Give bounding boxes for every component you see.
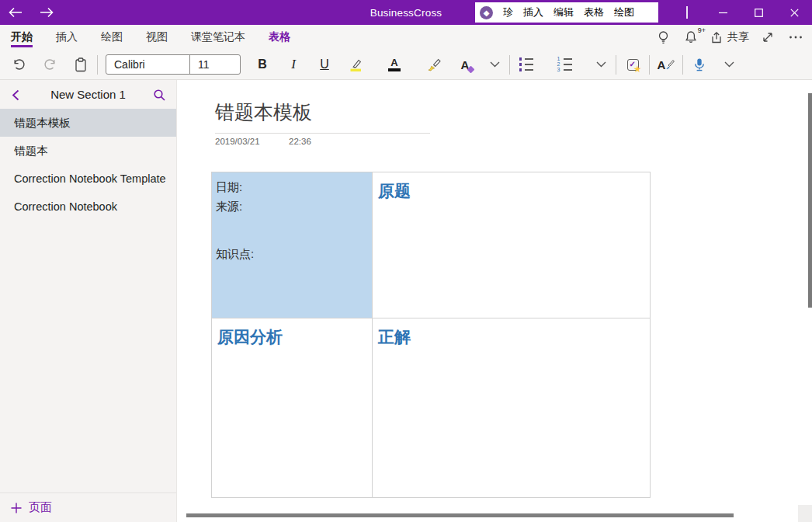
add-page-button[interactable]: 页面 [0, 492, 176, 522]
share-button[interactable]: 共享 [707, 26, 751, 49]
tab-table-contextual[interactable]: 表格 [269, 25, 290, 50]
page-item-template-en[interactable]: Correction Notebook Template [0, 165, 176, 193]
title-rule [215, 133, 430, 134]
bullet-list-icon [519, 57, 534, 71]
nav-back-button[interactable] [0, 0, 31, 25]
tab-home[interactable]: 开始 [11, 25, 33, 50]
nav-forward-button[interactable] [31, 0, 62, 25]
plus-icon [11, 503, 22, 513]
page-item-template[interactable]: 错题本模板 [0, 109, 176, 137]
paste-button[interactable] [65, 50, 96, 79]
notification-badge: 9+ [698, 26, 706, 34]
share-label: 共享 [727, 30, 749, 44]
font-color-button[interactable]: A [379, 50, 410, 79]
lightbulb-icon [657, 30, 670, 45]
gem-icon: ◆ [480, 6, 493, 19]
dictate-button[interactable] [684, 50, 715, 79]
highlighter-icon [349, 57, 363, 72]
ime-item-edit[interactable]: 编辑 [553, 5, 574, 19]
underline-button[interactable]: U [309, 50, 340, 79]
knowledge-label: 知识点: [216, 244, 372, 263]
font-name-select[interactable]: Calibri [106, 55, 190, 74]
toolbar-divider [509, 55, 510, 75]
notifications-button[interactable]: 9+ [679, 26, 703, 49]
ime-item-zhen[interactable]: 珍 [503, 5, 513, 19]
highlight-button[interactable] [340, 50, 371, 79]
tags-button[interactable]: ✓ ★ [617, 50, 648, 79]
tell-me-button[interactable] [651, 26, 675, 49]
add-page-label: 页面 [29, 500, 52, 515]
tab-draw[interactable]: 绘图 [101, 25, 123, 50]
scrollbar-corner [798, 505, 812, 522]
table-cell-info[interactable]: 日期: 来源: 知识点: [212, 172, 372, 318]
tag-checkbox-icon: ✓ ★ [627, 59, 639, 71]
ellipsis-icon [789, 35, 803, 40]
bullet-list-button[interactable] [511, 50, 542, 79]
source-label: 来源: [216, 197, 372, 216]
vertical-scrollbar-thumb[interactable] [808, 93, 812, 308]
maximize-button[interactable] [741, 0, 776, 25]
table-cell-answer[interactable]: 正解 [372, 318, 650, 497]
ime-item-table[interactable]: 表格 [584, 5, 604, 19]
font-options-chevron[interactable] [481, 50, 508, 79]
numbered-list-button[interactable]: 1 2 3 [549, 50, 580, 79]
horizontal-scrollbar-thumb[interactable] [186, 513, 734, 517]
search-icon [153, 89, 166, 102]
tab-class-notebook[interactable]: 课堂笔记本 [191, 25, 245, 50]
page-item-notebook-en[interactable]: Correction Notebook [0, 193, 176, 221]
section-title: New Section 1 [50, 88, 126, 101]
home-toolbar: Calibri 11 B I U A A [0, 50, 812, 80]
italic-button[interactable]: I [278, 50, 309, 79]
titlebar: BusinessCross ◆ 珍 插入 编辑 表格 绘图 [0, 0, 812, 25]
toolbar-divider [616, 55, 616, 75]
fullscreen-button[interactable] [756, 26, 779, 49]
font-color-icon: A [388, 57, 401, 72]
table-cell-analysis[interactable]: 原因分析 [212, 318, 372, 497]
more-options-button[interactable] [784, 26, 807, 49]
note-table: 日期: 来源: 知识点: 原题 原因分析 正解 [211, 172, 651, 498]
maximize-icon [755, 9, 763, 17]
page-canvas[interactable]: 错题本模板 2019/03/21 22:36 日期: 来源: 知识点: 原题 原… [177, 80, 812, 522]
ime-toolbar: ◆ 珍 插入 编辑 表格 绘图 [475, 2, 658, 23]
microphone-icon [692, 57, 706, 72]
page-date: 2019/03/21 [215, 137, 260, 146]
undo-button[interactable] [3, 50, 34, 79]
ribbon-tab-bar: 开始 插入 绘图 视图 课堂笔记本 表格 9+ 共享 [0, 25, 812, 50]
window-controls [705, 0, 812, 25]
format-painter-icon [427, 57, 442, 71]
table-cell-original[interactable]: 原题 [372, 172, 650, 318]
close-icon [790, 9, 799, 17]
ime-item-insert[interactable]: 插入 [523, 5, 543, 19]
sidebar-header: New Section 1 [0, 80, 176, 109]
clipboard-icon [75, 57, 87, 72]
close-button[interactable] [776, 0, 812, 25]
page-item-notebook-cn[interactable]: 错题本 [0, 137, 176, 165]
eraser-diamond-icon [467, 66, 475, 74]
chevron-down-icon [724, 61, 734, 68]
paragraph-options-chevron[interactable] [587, 50, 615, 79]
chevron-down-icon [490, 61, 500, 68]
page-title[interactable]: 错题本模板 [215, 99, 312, 125]
minimize-icon [719, 9, 727, 17]
tab-insert[interactable]: 插入 [56, 25, 78, 50]
format-painter-button[interactable] [418, 50, 449, 79]
redo-button[interactable] [34, 50, 65, 79]
dictate-options-chevron[interactable] [715, 50, 743, 79]
share-icon [710, 31, 724, 44]
redo-icon [43, 58, 57, 71]
styles-button[interactable]: A [651, 50, 682, 79]
bold-button[interactable]: B [247, 50, 278, 79]
font-size-select[interactable]: 11 [190, 55, 240, 74]
search-button[interactable] [150, 86, 168, 103]
resize-diagonal-icon [762, 31, 774, 44]
chevron-down-icon [596, 61, 606, 68]
minimize-button[interactable] [705, 0, 741, 25]
page-list: 错题本模板 错题本 Correction Notebook Template C… [0, 109, 176, 492]
back-to-sections-button[interactable] [6, 86, 25, 103]
chevron-left-icon [12, 89, 19, 101]
clear-formatting-button[interactable]: A [449, 50, 481, 79]
tab-view[interactable]: 视图 [146, 25, 168, 50]
ribbon-right-actions: 9+ 共享 [651, 25, 807, 50]
ime-item-draw[interactable]: 绘图 [614, 5, 634, 19]
toolbar-divider [682, 55, 683, 75]
